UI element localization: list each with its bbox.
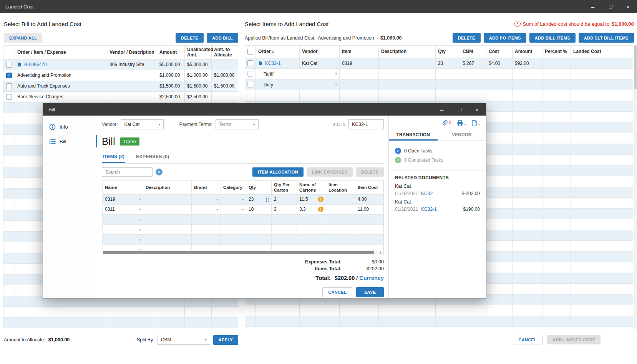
maximize-icon[interactable] bbox=[602, 0, 619, 13]
scroll-right-icon[interactable]: › bbox=[380, 250, 381, 255]
close-icon[interactable]: × bbox=[468, 103, 486, 116]
save-button[interactable]: SAVE bbox=[356, 287, 384, 297]
vendor-value: Kat Cat bbox=[124, 122, 139, 127]
cancel-button[interactable]: CANCEL bbox=[322, 287, 352, 297]
apply-button[interactable]: APPLY bbox=[213, 335, 238, 345]
item-cost-cell[interactable]: 4.00 bbox=[355, 194, 383, 204]
export-document-button[interactable]: ▾ bbox=[472, 120, 480, 126]
delete-items-button[interactable]: DELETE bbox=[453, 33, 481, 43]
empty-row: ▾ bbox=[103, 214, 383, 224]
item-location-cell[interactable] bbox=[326, 194, 355, 204]
col-num-cartons: Num. of Cartons bbox=[297, 181, 326, 195]
chevron-down-icon: ▾ bbox=[139, 238, 141, 242]
category-select[interactable]: ▾ bbox=[221, 204, 246, 214]
row-checkbox[interactable] bbox=[247, 82, 253, 88]
add-po-items-button[interactable]: ADD PO ITEMS bbox=[484, 33, 526, 43]
nav-bill-label: Bill bbox=[60, 139, 66, 144]
item-allocation-button[interactable]: ITEM ALLOCATION bbox=[252, 167, 304, 177]
item-cost-cell[interactable]: 11.00 bbox=[355, 204, 383, 214]
select-items-controls: Applied Bill/Item as Landed Cost: Advert… bbox=[245, 33, 634, 43]
expense-row[interactable]: ✓ Advertising and Promotion $1,000.00 $1… bbox=[3, 70, 239, 81]
delete-bill-button[interactable]: DELETE bbox=[176, 33, 204, 43]
horizontal-scrollbar[interactable]: › bbox=[102, 250, 384, 255]
item-name-select[interactable]: 0319▾ bbox=[105, 197, 141, 202]
expense-type-select[interactable]: Tariff ▾ bbox=[258, 71, 337, 77]
item-name-select[interactable]: 0311▾ bbox=[105, 207, 141, 212]
expense-row[interactable]: Bank Service Charges $2,500.00 $2,500.00 bbox=[3, 91, 239, 102]
add-slt-bill-items-button[interactable]: ADD SLT BILL ITEMS bbox=[579, 33, 634, 43]
minimize-icon[interactable]: – bbox=[433, 103, 451, 116]
scrollbar-thumb[interactable] bbox=[634, 45, 637, 89]
open-tasks-check-icon: ✓ bbox=[395, 148, 401, 154]
qty-per-carton-cell[interactable]: 3 bbox=[272, 204, 297, 214]
brand-select[interactable]: ▾ bbox=[192, 194, 221, 204]
po-item-row[interactable]: KC32-1 Kat Cat 0319 23 5.267 $4.00 $92.0… bbox=[245, 58, 633, 69]
status-badge: Open bbox=[120, 137, 140, 146]
tab-expenses[interactable]: EXPENSES (0) bbox=[135, 152, 170, 163]
allocate-cell[interactable]: $1,500.00 bbox=[212, 81, 239, 91]
expense-type-select[interactable]: Duty ▾ bbox=[258, 82, 337, 88]
order-number-link[interactable]: KC32-1 bbox=[265, 61, 281, 66]
expense-row[interactable]: Auto and Truck Expenses $1,500.00 $1,500… bbox=[3, 81, 239, 91]
expense-type-row[interactable]: Duty ▾ bbox=[245, 79, 633, 90]
row-checkbox[interactable] bbox=[247, 60, 253, 66]
search-input[interactable] bbox=[102, 167, 153, 177]
cancel-button[interactable]: CANCEL bbox=[513, 335, 543, 344]
related-doc-link[interactable]: KC32 bbox=[421, 191, 433, 196]
tab-items[interactable]: ITEMS (2) bbox=[102, 152, 125, 163]
bill-item-row[interactable]: 0311▾ ▾ ▾ 10 3 3.3! 11.00 bbox=[103, 204, 383, 214]
drag-handle-icon[interactable] bbox=[266, 197, 269, 202]
maximize-icon[interactable] bbox=[451, 103, 468, 116]
bill-row[interactable]: B-0096470 306 Industry Site $5,000.00 $5… bbox=[3, 59, 239, 70]
scrollbar-thumb[interactable] bbox=[103, 251, 374, 254]
row-checkbox-checked[interactable]: ✓ bbox=[6, 73, 12, 78]
related-doc-link[interactable]: KC32-1 bbox=[421, 207, 437, 212]
nav-info-label: Info bbox=[60, 124, 68, 130]
nav-item-bill[interactable]: Bill bbox=[43, 134, 97, 149]
add-landed-cost-button[interactable]: ADD LANDED COST bbox=[547, 335, 601, 344]
close-icon[interactable]: × bbox=[619, 0, 637, 13]
bill-number-input[interactable] bbox=[348, 119, 384, 129]
num-cartons-value: 11.5 bbox=[299, 197, 308, 202]
description-cell[interactable] bbox=[143, 194, 192, 204]
split-by-select[interactable]: CBM ▾ bbox=[158, 335, 210, 345]
select-all-checkbox[interactable] bbox=[247, 49, 253, 55]
currency-link[interactable]: Currency bbox=[359, 275, 384, 281]
nav-item-info[interactable]: Info bbox=[43, 119, 97, 134]
print-button[interactable]: ▾ bbox=[457, 120, 466, 126]
row-checkbox[interactable] bbox=[6, 94, 12, 100]
col-description: Description bbox=[143, 181, 192, 195]
item-location-cell[interactable] bbox=[326, 204, 355, 214]
bill-item-row[interactable]: 0319▾ ▾ ▾ 23 2 11.5! 4.00 bbox=[103, 194, 383, 204]
brand-select[interactable]: ▾ bbox=[192, 204, 221, 214]
expand-all-button[interactable]: EXPAND ALL bbox=[4, 33, 42, 43]
chevron-down-icon: ▾ bbox=[216, 198, 218, 202]
vendor-description-cell bbox=[107, 91, 157, 102]
items-table-header: Order # Vendor Item Description Qty CBM … bbox=[245, 46, 633, 58]
delete-item-button[interactable]: DELETE bbox=[356, 167, 384, 177]
link-expenses-button[interactable]: LINK EXPENSES bbox=[307, 167, 353, 177]
clear-search-icon[interactable]: × bbox=[156, 169, 163, 175]
add-bill-items-button[interactable]: ADD BILL ITEMS bbox=[529, 33, 576, 43]
expense-type-row[interactable]: Tariff ▾ bbox=[245, 69, 633, 79]
row-checkbox[interactable] bbox=[6, 83, 12, 89]
attachments-button[interactable]: 0 bbox=[441, 120, 451, 127]
vendor-select[interactable]: Kat Cat ▾ bbox=[121, 119, 164, 129]
tab-transaction[interactable]: TRANSACTION bbox=[389, 129, 438, 141]
bill-modal: Bill – × Info Bill bbox=[43, 103, 486, 299]
allocate-cell[interactable]: $1,000.00 bbox=[212, 70, 239, 81]
qty-per-carton-cell[interactable]: 2 bbox=[272, 194, 297, 204]
category-select[interactable]: ▾ bbox=[221, 194, 246, 204]
minimize-icon[interactable]: – bbox=[584, 0, 602, 13]
tab-vendor[interactable]: VENDOR bbox=[438, 129, 486, 141]
applied-label: Applied Bill/Item as Landed Cost: bbox=[245, 35, 315, 41]
description-cell[interactable] bbox=[143, 204, 192, 214]
vertical-scrollbar[interactable] bbox=[634, 45, 637, 329]
qty-cell[interactable]: 10 bbox=[246, 204, 272, 214]
add-bill-button[interactable]: ADD BILL bbox=[207, 33, 238, 43]
empty-row: ▾ bbox=[103, 234, 383, 244]
bill-number-link[interactable]: B-0096470 bbox=[24, 62, 47, 67]
row-checkbox[interactable] bbox=[6, 62, 12, 68]
payment-terms-select[interactable]: Terms ▾ bbox=[216, 119, 259, 129]
row-checkbox[interactable] bbox=[247, 71, 253, 77]
